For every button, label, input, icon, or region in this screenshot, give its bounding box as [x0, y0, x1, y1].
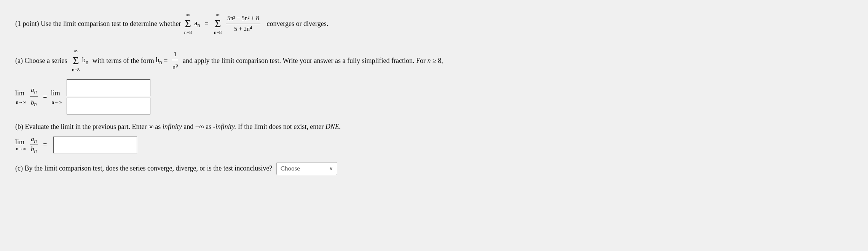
part-a-geq: ≥ 8,	[432, 55, 443, 66]
lim-word-rhs: lim	[51, 88, 60, 99]
sigma-sub-series: n=8	[214, 29, 222, 36]
sigma-sub-an: n=8	[184, 29, 191, 36]
answer-box-denominator[interactable]	[67, 98, 150, 114]
lim-an-bn-rhs: lim n→∞	[51, 88, 62, 106]
sigma-sub-bn: n=8	[72, 66, 80, 74]
part-b-infinity-italic: infinity	[163, 123, 182, 131]
an-top: an	[30, 85, 38, 97]
part-c: (c) By the limit comparison test, does t…	[15, 162, 853, 175]
one-over-np: 1 np	[171, 49, 180, 72]
dropdown-placeholder: Choose	[281, 165, 326, 172]
part-b-an-top: an	[30, 135, 38, 145]
sigma-symbol-series: Σ	[215, 18, 221, 29]
part-b-line: (b) Evaluate the limit in the previous p…	[15, 123, 853, 131]
part-b-lim-word: lim	[15, 138, 24, 146]
answer-box-numerator[interactable]	[67, 79, 150, 96]
lim-word-lhs: lim	[15, 88, 24, 99]
series-denominator: 5 + 2n⁴	[233, 24, 254, 33]
part-b-answer-input[interactable]	[53, 137, 137, 153]
bn-bot: bn	[30, 97, 38, 109]
converges-text: converges or diverges.	[266, 19, 328, 29]
sigma-an: ∞ Σ n=8 an	[183, 11, 200, 36]
problem-header: (1 point) Use the limit comparison test …	[15, 11, 853, 36]
one-numerator: 1	[172, 49, 178, 60]
part-a: (a) Choose a series ∞ Σ n=8 bn with term…	[15, 47, 853, 115]
part-c-dropdown[interactable]: Choose ∨	[276, 162, 337, 175]
chevron-down-icon: ∨	[329, 166, 333, 172]
part-b-answer-row: lim n→∞ an bn =	[15, 135, 853, 154]
part-b-neg-infinity-italic: -infinity.	[213, 123, 236, 131]
an-sub: n	[197, 22, 200, 28]
part-b-lim: lim n→∞	[15, 138, 26, 152]
lim-equals-sign: =	[43, 92, 47, 103]
bn-b: b	[82, 56, 86, 64]
part-a-n: n	[427, 55, 431, 66]
an-label: an	[194, 18, 200, 29]
np-denominator: np	[171, 60, 180, 72]
sigma-block-an: ∞ Σ n=8	[184, 11, 191, 36]
n-char: n	[172, 64, 176, 70]
header-equals: =	[205, 19, 209, 29]
part-b: (b) Evaluate the limit in the previous p…	[15, 123, 853, 154]
problem-intro-text: (1 point) Use the limit comparison test …	[15, 19, 181, 29]
sigma-block-bn: ∞ Σ n=8	[72, 47, 80, 74]
an-over-bn-fraction: an bn	[30, 85, 38, 109]
part-b-bn-bot: bn	[30, 145, 38, 154]
answer-box-stack	[67, 79, 150, 115]
part-b-equals: =	[43, 141, 47, 149]
part-a-and-text: and apply the limit comparison test. Wri…	[183, 55, 426, 66]
part-a-line: (a) Choose a series ∞ Σ n=8 bn with term…	[15, 47, 853, 74]
lim-sub-rhs: n→∞	[52, 99, 62, 106]
sigma-sup-bn: ∞	[74, 47, 77, 55]
sigma-series: ∞ Σ n=8 5n³ − 5n² + 8 5 + 2n⁴	[213, 11, 262, 36]
part-c-label: (c) By the limit comparison test, does t…	[15, 164, 272, 172]
bn-sub: n	[86, 59, 89, 65]
part-a-with-text: with terms of the form	[93, 55, 154, 66]
part-a-label: (a) Choose a series	[15, 55, 67, 66]
series-numerator: 5n³ − 5n² + 8	[226, 14, 261, 24]
part-b-label: (b) Evaluate the limit in the previous p…	[15, 123, 161, 131]
lim-sub-lhs: n→∞	[16, 99, 26, 106]
lim-an-bn-row: lim n→∞ an bn = lim n→∞	[15, 79, 853, 115]
p-char: p	[176, 62, 178, 68]
page-container: (1 point) Use the limit comparison test …	[15, 11, 853, 175]
part-b-if: If the limit does not exist, enter	[238, 123, 324, 131]
sigma-symbol-bn: Σ	[73, 55, 79, 66]
bn-label: bn	[82, 55, 89, 67]
bn-form: bn	[156, 55, 162, 67]
part-b-an-bn: an bn	[30, 135, 38, 154]
part-b-lim-sub: n→∞	[16, 146, 26, 152]
sigma-block-series: ∞ Σ n=8	[214, 11, 222, 36]
series-fraction: 5n³ − 5n² + 8 5 + 2n⁴	[226, 14, 261, 33]
sigma-symbol-an: Σ	[185, 18, 191, 29]
sigma-bn: ∞ Σ n=8 bn	[71, 47, 88, 74]
part-a-equals-sign: =	[164, 55, 168, 66]
part-b-and: and −∞ as	[183, 123, 211, 131]
lim-an-bn-lhs: lim n→∞	[15, 88, 26, 106]
part-b-dne-italic: DNE.	[326, 123, 341, 131]
